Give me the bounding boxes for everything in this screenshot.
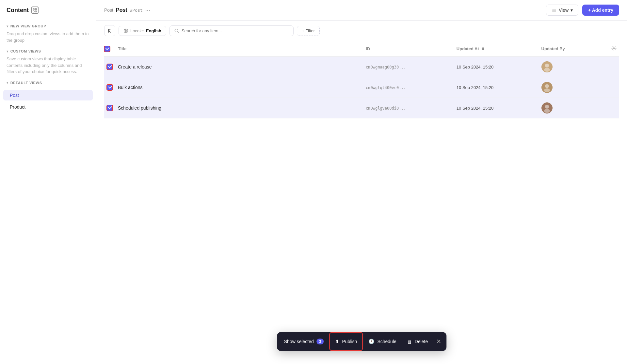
svg-point-19	[545, 105, 549, 109]
sort-icon: ⇅	[481, 47, 484, 51]
collapse-button[interactable]	[104, 25, 115, 36]
delete-label: Delete	[415, 339, 428, 344]
row-checkbox-2[interactable]	[107, 84, 113, 90]
row-title-cell[interactable]: Bulk actions	[115, 77, 363, 98]
settings-icon[interactable]	[611, 46, 617, 51]
search-bar[interactable]	[169, 25, 294, 36]
avatar	[541, 102, 553, 114]
column-title: Title	[115, 41, 363, 57]
show-selected-label: Show selected	[284, 339, 314, 344]
svg-rect-6	[552, 11, 556, 12]
sidebar-item-post[interactable]: Post	[3, 90, 93, 100]
view-button[interactable]: View ▾	[546, 5, 578, 16]
schedule-label: Schedule	[377, 339, 396, 344]
topbar: Post Post #Post ··· View ▾ + Add entry	[96, 0, 627, 21]
topbar-left: Post Post #Post ···	[104, 7, 150, 14]
row-actions-cell	[609, 98, 619, 118]
schedule-section[interactable]: Schedule	[363, 332, 401, 351]
content-table: Title ID Updated At ⇅ Updated By	[104, 41, 619, 118]
new-view-group-title: ▾ NEW VIEW GROUP	[7, 24, 89, 28]
collapse-icon	[107, 28, 112, 33]
row-updated-at: 10 Sep 2024, 15:20	[457, 65, 494, 69]
row-title-text: Create a release	[118, 64, 152, 69]
table-row[interactable]: Scheduled publishing cm0wglgve00di0... 1…	[104, 98, 619, 118]
sidebar: Content ▾ NEW VIEW GROUP Drag and drop c…	[0, 0, 96, 364]
chevron-down-icon-2: ▾	[7, 50, 8, 53]
svg-point-13	[545, 64, 549, 68]
row-updated-at-cell: 10 Sep 2024, 15:20	[454, 77, 539, 98]
svg-rect-5	[552, 10, 556, 10]
svg-point-11	[613, 48, 615, 49]
breadcrumb-hash: #Post	[130, 8, 143, 13]
row-checkbox-cell	[104, 77, 115, 98]
column-settings	[609, 41, 619, 57]
row-checkbox-3[interactable]	[107, 105, 113, 111]
bottom-action-bar: Show selected 3 Publish Schedule Delete …	[277, 332, 447, 351]
search-input[interactable]	[182, 28, 289, 33]
publish-icon	[335, 339, 339, 344]
custom-views-title: ▾ CUSTOM VIEWS	[7, 49, 89, 53]
filter-bar: Locale: English + Filter	[96, 21, 627, 41]
table-row[interactable]: Bulk actions cm0wglqt400ec0... 10 Sep 20…	[104, 77, 619, 98]
content-icon[interactable]	[31, 7, 39, 14]
default-views-section: ▾ DEFAULT VIEWS	[0, 77, 96, 89]
svg-rect-0	[33, 8, 34, 10]
delete-section[interactable]: Delete	[402, 332, 433, 351]
svg-point-16	[545, 84, 549, 88]
locale-value: English	[146, 28, 161, 33]
row-updated-by-cell	[539, 77, 609, 98]
sidebar-item-product[interactable]: Product	[3, 102, 93, 112]
locale-selector[interactable]: Locale: English	[119, 26, 166, 36]
show-selected-section[interactable]: Show selected 3	[279, 332, 329, 351]
chevron-down-icon: ▾	[7, 24, 8, 28]
row-updated-at-cell: 10 Sep 2024, 15:20	[454, 57, 539, 77]
content-title: Content	[7, 7, 29, 14]
svg-point-20	[544, 109, 550, 113]
row-entry-id: cm0wglgve00di0...	[366, 106, 406, 111]
row-actions-cell	[609, 57, 619, 77]
new-view-group-section: ▾ NEW VIEW GROUP Drag and drop custom vi…	[0, 20, 96, 45]
row-id-cell: cm0wgmaag00g30...	[363, 57, 454, 77]
svg-point-17	[544, 88, 550, 92]
row-updated-at-cell: 10 Sep 2024, 15:20	[454, 98, 539, 118]
publish-section[interactable]: Publish	[329, 332, 363, 351]
selected-count-badge: 3	[316, 339, 324, 344]
svg-line-10	[178, 32, 179, 33]
view-icon	[552, 8, 557, 13]
select-all-checkbox[interactable]	[104, 46, 110, 52]
custom-views-desc: Save custom views that display table con…	[7, 56, 89, 75]
svg-rect-3	[35, 11, 37, 12]
row-id-cell: cm0wglqt400ec0...	[363, 77, 454, 98]
search-icon	[174, 28, 179, 33]
row-updated-at: 10 Sep 2024, 15:20	[457, 106, 494, 111]
new-view-group-desc: Drag and drop custom views to add them t…	[7, 31, 89, 43]
close-bottom-bar-button[interactable]: ✕	[433, 338, 444, 345]
avatar	[541, 82, 553, 93]
row-updated-by-cell	[539, 57, 609, 77]
delete-icon	[407, 339, 412, 344]
more-options-icon[interactable]: ···	[145, 7, 150, 14]
custom-views-section: ▾ CUSTOM VIEWS Save custom views that di…	[0, 45, 96, 77]
row-id-cell: cm0wglgve00di0...	[363, 98, 454, 118]
column-id: ID	[363, 41, 454, 57]
row-checkbox-1[interactable]	[107, 64, 113, 70]
column-updated-by: Updated By	[539, 41, 609, 57]
avatar	[541, 61, 553, 72]
row-updated-at: 10 Sep 2024, 15:20	[457, 85, 494, 90]
svg-point-14	[544, 68, 550, 72]
svg-rect-4	[552, 9, 556, 9]
column-updated-at[interactable]: Updated At ⇅	[454, 41, 539, 57]
row-checkbox-cell	[104, 57, 115, 77]
row-title-cell[interactable]: Create a release	[115, 57, 363, 77]
table-row[interactable]: Create a release cm0wgmaag00g30... 10 Se…	[104, 57, 619, 77]
table-area: Title ID Updated At ⇅ Updated By	[96, 41, 627, 364]
default-views-title: ▾ DEFAULT VIEWS	[7, 81, 89, 85]
row-entry-id: cm0wglqt400ec0...	[366, 85, 406, 90]
row-title-text: Scheduled publishing	[118, 105, 161, 111]
add-entry-button[interactable]: + Add entry	[582, 5, 619, 16]
locale-icon	[123, 28, 128, 33]
row-checkbox-cell	[104, 98, 115, 118]
filter-button[interactable]: + Filter	[297, 26, 320, 36]
svg-rect-1	[35, 8, 37, 10]
row-title-cell[interactable]: Scheduled publishing	[115, 98, 363, 118]
